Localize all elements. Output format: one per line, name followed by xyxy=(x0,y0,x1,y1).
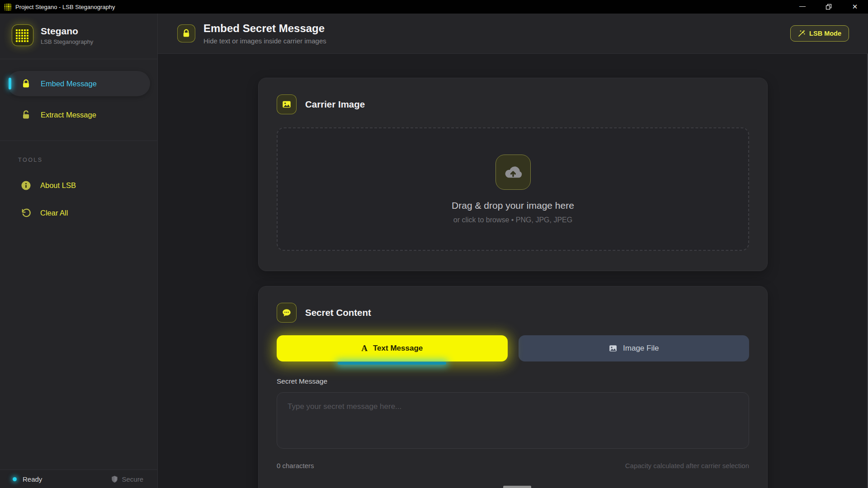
text-icon: A xyxy=(361,343,368,353)
secret-message-input[interactable] xyxy=(277,392,749,449)
tab-active-underline xyxy=(338,362,446,365)
app-grid-icon xyxy=(5,4,11,10)
info-icon xyxy=(21,180,31,191)
brand-name: Stegano xyxy=(41,26,93,37)
capacity-hint: Capacity calculated after carrier select… xyxy=(625,462,749,469)
main-area: Embed Secret Message Hide text or images… xyxy=(158,14,868,488)
sidebar-item-label: Extract Message xyxy=(41,111,96,119)
sidebar-item-about-lsb[interactable]: About LSB xyxy=(21,180,146,191)
dropzone-secondary-text: or click to browse • PNG, JPG, JPEG xyxy=(453,216,572,224)
sidebar: Stegano LSB Steganography Embed Message … xyxy=(0,14,158,488)
content-type-tabs: A Text Message Image File xyxy=(277,335,749,361)
cloud-upload-icon xyxy=(495,155,531,190)
status-secure-label: Secure xyxy=(122,475,143,483)
active-indicator xyxy=(9,78,11,89)
lsb-mode-label: LSB Mode xyxy=(809,30,841,37)
restore-icon xyxy=(826,4,832,10)
sidebar-nav: Embed Message Extract Message xyxy=(0,59,157,127)
image-dropzone[interactable]: Drag & drop your image here or click to … xyxy=(277,127,749,251)
chat-card-icon xyxy=(277,303,297,323)
minimize-button[interactable]: — xyxy=(789,0,816,14)
tools-section: TOOLS About LSB Clear All xyxy=(0,157,157,218)
sidebar-item-label: Embed Message xyxy=(41,80,97,88)
lock-open-icon xyxy=(21,110,31,120)
image-card-icon xyxy=(277,94,297,114)
close-icon: ✕ xyxy=(852,3,858,11)
tab-label: Text Message xyxy=(373,344,423,353)
carrier-card-title: Carrier Image xyxy=(305,99,365,110)
close-button[interactable]: ✕ xyxy=(842,0,868,14)
titlebar: Project Stegano - LSB Steganography — ✕ xyxy=(0,0,868,14)
sidebar-item-label: About LSB xyxy=(40,181,76,190)
lsb-mode-badge[interactable]: LSB Mode xyxy=(790,25,849,42)
dropzone-primary-text: Drag & drop your image here xyxy=(452,200,574,211)
cutoff-action-button-top[interactable] xyxy=(503,486,531,488)
status-ready: Ready xyxy=(23,475,42,483)
minimize-icon: — xyxy=(799,2,806,9)
tab-text-message[interactable]: A Text Message xyxy=(277,335,508,361)
secret-content-card: Secret Content A Text Message xyxy=(258,286,768,488)
stegano-logo-icon xyxy=(12,24,33,46)
page-subtitle: Hide text or images inside carrier image… xyxy=(203,37,326,45)
wand-icon xyxy=(798,30,805,37)
sidebar-item-label: Clear All xyxy=(40,209,68,217)
grid-glyph xyxy=(16,28,29,42)
shield-icon xyxy=(111,475,118,483)
sidebar-divider xyxy=(0,141,157,141)
carrier-image-card: Carrier Image Drag & drop your image her… xyxy=(258,78,768,271)
window-controls: — ✕ xyxy=(789,0,868,14)
brand-subtitle: LSB Steganography xyxy=(41,38,93,45)
char-count: 0 characters xyxy=(277,462,314,469)
content-scroll-area[interactable]: Carrier Image Drag & drop your image her… xyxy=(158,54,868,488)
lock-closed-icon xyxy=(21,79,31,89)
secret-message-label: Secret Message xyxy=(277,377,749,385)
page-title: Embed Secret Message xyxy=(203,22,326,35)
sidebar-item-embed-message[interactable]: Embed Message xyxy=(7,71,150,96)
lock-header-icon xyxy=(177,24,195,42)
image-file-icon xyxy=(609,344,618,353)
ready-dot-icon xyxy=(13,477,17,481)
window-title: Project Stegano - LSB Steganography xyxy=(15,4,115,10)
tools-heading: TOOLS xyxy=(18,157,146,163)
tab-label: Image File xyxy=(623,344,659,353)
maximize-button[interactable] xyxy=(816,0,842,14)
sidebar-item-clear-all[interactable]: Clear All xyxy=(21,208,146,218)
undo-icon xyxy=(21,208,31,218)
tab-image-file[interactable]: Image File xyxy=(519,335,750,361)
page-header: Embed Secret Message Hide text or images… xyxy=(158,14,868,54)
brand: Stegano LSB Steganography xyxy=(0,14,157,59)
status-bar: Ready Secure xyxy=(0,469,157,488)
secret-card-title: Secret Content xyxy=(305,307,371,318)
sidebar-item-extract-message[interactable]: Extract Message xyxy=(7,102,150,127)
status-secure: Secure xyxy=(111,475,143,483)
